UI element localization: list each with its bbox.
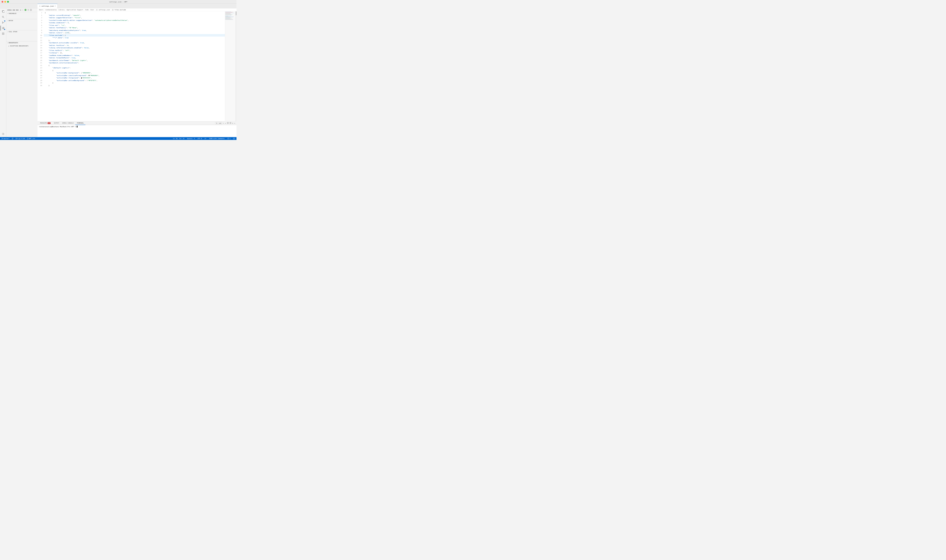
terminal-prompt-line: roshansevalia@Roshans-MacBook-Pro WPT % [39, 126, 235, 128]
panel-actions: 1: zsh + ∧ × [215, 122, 237, 125]
variables-header[interactable]: ▾ VARIABLES [6, 12, 37, 15]
panel-up-icon[interactable]: ∧ [232, 122, 234, 124]
breadcrumb-settingsjson[interactable]: {} settings.json [96, 9, 110, 11]
token-key: "[csharp]" [45, 52, 58, 54]
code-line[interactable]: "workbench.activityBar.visible": true, [44, 42, 225, 44]
code-line[interactable]: { [44, 12, 225, 14]
breadcrumb-appsupport[interactable]: Application Support [66, 9, 83, 11]
status-sln[interactable]: WPT.sln [26, 137, 35, 140]
status-spaces[interactable]: Spaces: 4 [187, 137, 195, 140]
svg-point-23 [2, 139, 2, 139]
code-line[interactable]: "zenMode.hideLineNumbers": false, [44, 54, 225, 57]
scrollbar-thumb[interactable] [236, 11, 237, 15]
code-line[interactable]: "editor.cursorBlinking": "smooth", [44, 14, 225, 17]
kill-terminal-icon[interactable] [229, 122, 231, 125]
token-p: { [45, 69, 54, 71]
new-terminal-icon[interactable]: + [225, 122, 226, 124]
code-line[interactable]: "activityBar.foreground": "#333333", [44, 77, 225, 80]
code-line[interactable]: "window.zoomLevel": 0, [44, 22, 225, 24]
code-line[interactable]: }, [44, 39, 225, 42]
code-line[interactable]: "omnisharp.enableRoslynAnalyzers": true, [44, 29, 225, 32]
code-line[interactable]: { [44, 64, 225, 67]
breakpoints-header[interactable]: ▾ BREAKPOINTS [6, 42, 37, 45]
code-line[interactable]: "**/*.meta": true [44, 37, 225, 39]
split-terminal-icon[interactable] [227, 122, 229, 125]
code-editor[interactable]: { "editor.cursorBlinking": "smooth", "ed… [44, 11, 225, 122]
tab-settings-json[interactable]: {} settings.json × [37, 4, 57, 8]
code-line[interactable]: "[csharp]": {}, [44, 52, 225, 54]
code-line[interactable]: "files.eol": "\n", [44, 24, 225, 27]
terminal-content[interactable]: roshansevalia@Roshans-MacBook-Pro WPT % [37, 125, 237, 137]
play-button[interactable] [24, 9, 26, 12]
panel: PROBLEMS 128 OUTPUT DEBUG CONSOLE TERMIN… [37, 122, 237, 137]
status-line-ending[interactable]: LF [204, 137, 207, 140]
code-line[interactable]: "csharp.referencesCodeLens.enabled": fal… [44, 47, 225, 49]
code-line[interactable]: "editor.suggestSelection": "first", [44, 17, 225, 19]
code-line[interactable]: "editor.formatOnPaste": true, [44, 57, 225, 59]
debug-dropdown-icon[interactable] [22, 9, 23, 11]
callstack-header[interactable]: ▾ CALL STACK [6, 30, 37, 34]
code-line[interactable]: "activityBar.inactiveForeground": "#6A6A… [44, 74, 225, 77]
status-language[interactable]: JSON with Comments [209, 137, 225, 140]
status-position[interactable]: Ln 10, Col 23 [172, 137, 185, 140]
split-editor-icon[interactable] [30, 9, 32, 11]
panel-close-icon[interactable]: × [234, 122, 235, 124]
code-line[interactable]: "editor.fontSize": 14, [44, 44, 225, 47]
code-line[interactable]: "[Default Light+]": [44, 67, 225, 69]
breadcrumb-library[interactable]: Library [58, 9, 65, 11]
token-p: , [75, 57, 76, 59]
svg-rect-9 [3, 33, 4, 34]
close-button[interactable] [2, 1, 3, 3]
minimize-button[interactable] [5, 1, 6, 3]
code-line[interactable]: "editor.fontFamily": "SF Mono", [44, 27, 225, 29]
scrollbar[interactable] [235, 11, 237, 122]
panel-tab-output[interactable]: OUTPUT [52, 122, 61, 125]
panel-tab-terminal[interactable]: TERMINAL [75, 122, 85, 125]
code-line[interactable]: } [44, 82, 225, 85]
tab-close-button[interactable]: × [55, 5, 56, 7]
line-number: 3 [37, 17, 42, 19]
code-line[interactable]: "files.hotExit": "off", [44, 49, 225, 52]
code-line[interactable]: "activityBar.background": "#E6E6E6", [44, 72, 225, 74]
breadcrumb-user[interactable]: User [91, 9, 94, 11]
token-p: : [65, 44, 66, 46]
status-feedback[interactable] [232, 137, 235, 140]
token-p: : [63, 49, 65, 51]
activity-item-git[interactable] [0, 20, 6, 25]
token-b: true [82, 29, 86, 31]
code-line[interactable]: "vsintellicode.modify.editor.suggestSele… [44, 19, 225, 22]
status-errors[interactable]: 0 0 128 [15, 137, 26, 140]
status-sync[interactable] [11, 137, 14, 140]
code-line[interactable]: "workbench.colorTheme": "Default Light+"… [44, 59, 225, 62]
breadcrumb-code[interactable]: Code [85, 9, 88, 11]
token-p: : [59, 24, 61, 26]
activity-item-settings[interactable] [0, 132, 6, 137]
code-line[interactable]: "workbench.colorCustomizations": [44, 62, 225, 65]
breadcrumb-users[interactable]: Users [39, 9, 43, 11]
svg-point-5 [2, 23, 3, 23]
activity-item-extensions[interactable] [0, 31, 6, 37]
activity-item-explorer[interactable] [0, 9, 6, 14]
maximize-button[interactable] [7, 1, 9, 3]
watch-header[interactable]: ▾ WATCH [6, 19, 37, 22]
shell-dropdown-icon[interactable] [223, 122, 224, 124]
status-encoding[interactable]: UTF-8 [197, 137, 203, 140]
code-line[interactable]: { [44, 69, 225, 72]
activity-item-debug[interactable] [0, 26, 6, 31]
code-line[interactable]: "editor.rulers": [120], [44, 32, 225, 34]
code-line[interactable]: "activityBar.activeBackground": "#F3F3F3… [44, 79, 225, 82]
panel-tab-problems[interactable]: PROBLEMS 128 [38, 122, 52, 125]
token-key: "editor.fontFamily" [45, 27, 67, 29]
code-line[interactable]: "files.exclude": { [44, 34, 225, 37]
exception-breakpoints[interactable]: ▶ EXCEPTION BREAKPOINTS [6, 45, 37, 47]
token-key: "files.hotExit" [45, 49, 63, 51]
status-notification[interactable]: 1 [227, 137, 231, 140]
breadcrumb-roshansevalia[interactable]: roshansevalia [45, 9, 57, 11]
window-controls[interactable] [2, 1, 9, 3]
status-branch[interactable]: master* [1, 137, 10, 140]
activity-item-search[interactable] [0, 14, 6, 20]
gear-config-icon[interactable] [27, 9, 29, 11]
panel-tab-debug-console[interactable]: DEBUG CONSOLE [61, 122, 75, 125]
branch-name: master* [4, 138, 10, 140]
code-line[interactable]: } [44, 84, 225, 87]
